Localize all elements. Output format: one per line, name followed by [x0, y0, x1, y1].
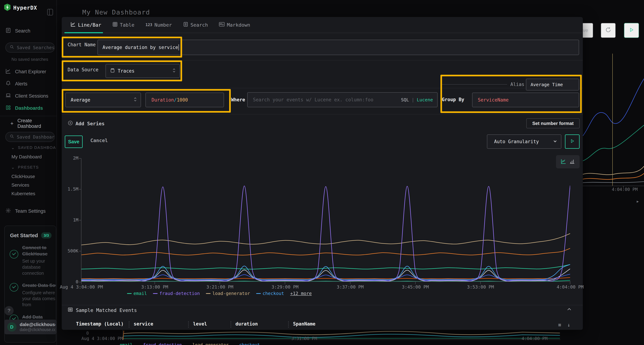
sidebar-item-kubernetes[interactable]: Kubernetes: [12, 191, 35, 196]
sidebar-item-label: Alerts: [15, 81, 27, 87]
tab-number[interactable]: 123 Number: [146, 22, 172, 28]
x-tick-mark: [220, 282, 220, 284]
brand[interactable]: HyperDX: [4, 3, 37, 12]
table-column-header[interactable]: SpanName: [293, 321, 400, 327]
check-circle-icon: [10, 250, 18, 259]
updown-chevrons-icon: [134, 97, 137, 103]
tab-table[interactable]: Table: [112, 22, 134, 28]
x-tick-mark: [350, 282, 350, 284]
section-presets[interactable]: ⌄ PRESETS: [11, 165, 56, 170]
tab-markdown[interactable]: Markdown: [219, 22, 250, 28]
cancel-button[interactable]: Cancel: [90, 138, 108, 143]
user-email: dale@clickhouse.c: [20, 322, 56, 327]
group-by-label: Group By: [442, 97, 464, 102]
sidebar-item-my-dashboard[interactable]: My Dashboard: [12, 154, 42, 160]
download-icon[interactable]: ↓: [567, 322, 570, 328]
legend-item-load-generator[interactable]: load-generator: [206, 291, 250, 296]
section-saved-dashboards[interactable]: ⌄ SAVED DASHBOARDS: [11, 145, 56, 150]
filter-icon[interactable]: ≡: [558, 322, 561, 328]
background-mini-tick-3: 4:04:00 PM: [522, 336, 548, 341]
sidebar-item-clickhouse[interactable]: ClickHouse: [12, 174, 35, 179]
background-mini-tick-1: Aug 4 3:04:00 PM: [82, 336, 123, 341]
legend-item-fraud-detection[interactable]: fraud-detection: [153, 291, 200, 296]
collapse-chevron-icon[interactable]: [567, 307, 572, 313]
field-formula-input[interactable]: Duration/1000: [146, 93, 224, 107]
formula-operator: /: [174, 97, 177, 103]
sample-events-header[interactable]: Sample Matched Events: [68, 307, 137, 313]
legend-label: email: [134, 291, 147, 296]
chart-name-input[interactable]: Average duration by service: [98, 40, 579, 55]
table-column-header[interactable]: level: [193, 321, 230, 327]
sidebar-item-dashboards[interactable]: Dashboards: [0, 104, 57, 112]
sidebar-item-team-settings[interactable]: Team Settings: [0, 207, 57, 215]
granularity-select[interactable]: Auto Granularity: [487, 134, 561, 149]
laptop-icon: [5, 93, 11, 100]
scroll-arrow-icon[interactable]: ▸: [636, 198, 639, 204]
table-column-header[interactable]: duration: [236, 321, 288, 327]
set-number-format-button[interactable]: Set number format: [526, 118, 580, 128]
database-icon: [110, 68, 115, 74]
background-mini-tick-2: 3:31:00 PM: [291, 336, 317, 341]
save-button[interactable]: Save: [65, 135, 83, 148]
column-separator[interactable]: [230, 321, 231, 328]
column-separator[interactable]: [188, 321, 189, 328]
sample-events-title: Sample Matched Events: [76, 308, 137, 313]
sidebar-collapse-icon[interactable]: [47, 9, 53, 15]
create-dashboard-button[interactable]: + Create Dashboard: [0, 119, 57, 128]
legend-more-link[interactable]: +12 more: [290, 291, 312, 296]
gear-icon: [5, 208, 11, 215]
aggregation-value: Average: [71, 97, 90, 103]
sql-mode-toggle[interactable]: SQL: [401, 97, 409, 102]
run-chart-button[interactable]: [565, 134, 580, 149]
saved-dashboards-input[interactable]: Saved Dashboards: [5, 132, 55, 142]
tab-search[interactable]: Search: [183, 22, 208, 28]
refresh-button[interactable]: [601, 23, 616, 38]
add-series-button[interactable]: Add Series: [68, 120, 105, 127]
sidebar-item-alerts[interactable]: Alerts: [0, 80, 57, 88]
legend-dash-icon: [127, 293, 132, 294]
where-search-input[interactable]: Search your events w/ Lucene ex. column:…: [247, 92, 438, 107]
sidebar-item-client-sessions[interactable]: Client Sessions: [0, 92, 57, 100]
user-menu[interactable]: D dale@clickhouse.c dale@clickhouse.com'…: [4, 320, 56, 334]
legend-item-checkout[interactable]: checkout: [256, 291, 284, 296]
sidebar-item-label: Chart Explorer: [15, 69, 46, 74]
chart-name-label: Chart Name: [68, 42, 96, 47]
sidebar-item-search[interactable]: Search: [0, 27, 57, 35]
active-tab-underline: [64, 32, 103, 33]
sidebar-item-chart-explorer[interactable]: Chart Explorer: [0, 67, 57, 76]
help-button[interactable]: ?: [4, 306, 14, 315]
group-by-input[interactable]: ServiceName: [472, 93, 579, 107]
column-separator[interactable]: [288, 321, 289, 328]
modal-divider: [62, 88, 583, 88]
aggregation-select[interactable]: Average: [65, 93, 141, 107]
markdown-icon: [219, 22, 225, 28]
x-tick-label: 3:45:00 PM: [402, 284, 429, 290]
legend-label: load-generator: [212, 291, 250, 296]
saved-searches-placeholder: Saved Searches: [17, 45, 54, 50]
table-column-header[interactable]: Timestamp (Local): [76, 321, 129, 327]
main-chart[interactable]: [82, 158, 570, 282]
brand-name: HyperDX: [13, 5, 37, 11]
get-started-step[interactable]: Connect to ClickHouse Set up your databa…: [5, 239, 56, 276]
data-source-select[interactable]: Traces: [106, 64, 180, 78]
legend-item-email[interactable]: email: [127, 291, 147, 296]
sidebar-item-label: Team Settings: [15, 208, 46, 214]
step-title: Create Data Source: [22, 282, 56, 289]
refresh-icon: [605, 27, 611, 34]
run-query-button[interactable]: [624, 23, 639, 38]
tab-line-bar[interactable]: Line/Bar: [70, 22, 101, 28]
x-tick-mark: [285, 282, 285, 284]
number-123-icon: 123: [146, 23, 152, 27]
saved-searches-input[interactable]: Saved Searches: [5, 42, 55, 52]
lucene-mode-toggle[interactable]: Lucene: [417, 97, 433, 102]
section-label: PRESETS: [18, 165, 39, 170]
tab-label: Search: [190, 22, 208, 28]
column-separator[interactable]: [129, 321, 129, 328]
get-started-step[interactable]: Create Data Source Configure where your …: [5, 276, 56, 308]
alias-input[interactable]: Average Time: [526, 79, 579, 90]
table-column-header[interactable]: service: [134, 321, 188, 327]
modal-divider: [62, 114, 583, 114]
sidebar-item-services[interactable]: Services: [12, 182, 29, 188]
x-tick-label: 3:13:00 PM: [141, 284, 168, 290]
step-desc: Set up your database connection: [22, 258, 56, 276]
